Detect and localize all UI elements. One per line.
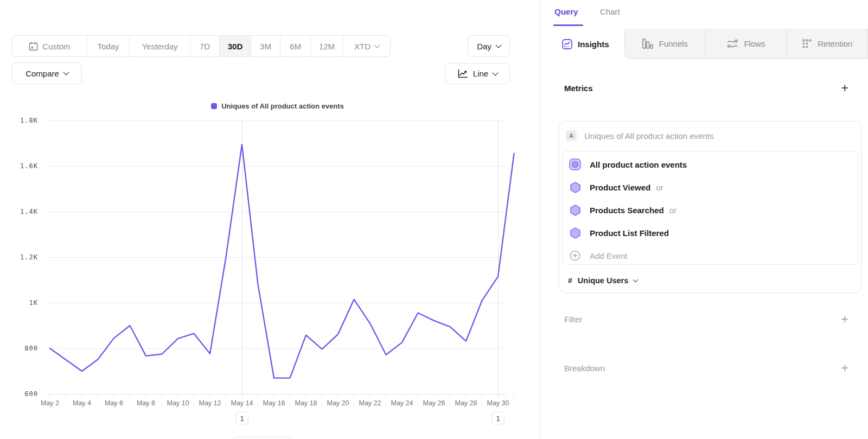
metric-card: A Uniques of All product action events A…	[559, 121, 861, 293]
range-label: 30D	[228, 42, 243, 51]
x-axis-tick-label: May 10	[167, 399, 189, 407]
number-symbol-icon: #	[568, 276, 572, 285]
line-chart-icon	[457, 69, 468, 79]
y-axis-tick-label: 600	[24, 390, 38, 398]
series-line	[50, 144, 514, 378]
chart-type-dropdown[interactable]: Line	[445, 63, 510, 84]
annotation-chip[interactable]: 1	[492, 412, 505, 424]
range-yesterday[interactable]: Yesterday	[130, 36, 190, 56]
tab-insights-label: Insights	[578, 40, 609, 49]
range-label: 12M	[319, 42, 335, 51]
x-axis-tick-label: May 12	[199, 399, 221, 407]
event-row[interactable]: Product List Filtered	[563, 221, 858, 244]
y-axis-tick-label: 1.4K	[20, 208, 38, 215]
range-3m[interactable]: 3M	[251, 36, 280, 56]
range-today[interactable]: Today	[87, 36, 130, 56]
x-axis-tick-label: May 28	[455, 399, 477, 407]
funnels-icon	[642, 39, 653, 49]
y-axis-tick-label: 1.6K	[20, 162, 38, 170]
add-breakdown-button[interactable]: +	[841, 362, 848, 373]
x-axis-tick-label: May 16	[263, 399, 285, 407]
chart-type-label: Line	[473, 69, 488, 78]
line-chart[interactable]: 6008001K1.2K1.4K1.6K1.8KMay 2May 4May 6M…	[0, 114, 534, 439]
chart-legend[interactable]: Uniques of All product action events	[48, 102, 507, 110]
range-30d[interactable]: 30D	[220, 36, 251, 56]
tab-query[interactable]: Query	[554, 7, 578, 16]
active-tab-underline	[553, 24, 583, 26]
event-name: All product action events	[590, 160, 687, 169]
x-axis-tick-label: May 14	[231, 399, 253, 407]
add-metric-button[interactable]: +	[841, 82, 848, 93]
legend-label: Uniques of All product action events	[221, 102, 344, 110]
x-axis-tick-label: May 8	[137, 399, 155, 407]
x-axis-tick-label: May 24	[391, 399, 413, 407]
metrics-section-title: Metrics	[564, 84, 593, 93]
tab-flows[interactable]: Flows	[706, 29, 787, 59]
range-label: Custom	[42, 42, 71, 51]
range-custom[interactable]: Custom	[12, 36, 87, 56]
flows-icon	[727, 39, 738, 49]
filter-section: Filter +	[564, 314, 848, 325]
filter-section-title: Filter	[564, 315, 582, 324]
add-event-button[interactable]: Add Event	[563, 244, 858, 267]
tab-chart[interactable]: Chart	[600, 7, 620, 16]
event-name: Product List Filtered	[590, 228, 669, 238]
range-6m[interactable]: 6M	[280, 36, 311, 56]
retention-icon	[802, 39, 812, 49]
chevron-down-icon	[633, 277, 639, 282]
report-type-tabs: Insights Funnels	[540, 29, 868, 59]
granularity-dropdown[interactable]: Day	[468, 35, 510, 57]
y-axis-tick-label: 1.2K	[20, 253, 38, 261]
hexagon-event-icon	[569, 227, 581, 239]
metric-summary: Uniques of All product action events	[584, 131, 713, 141]
tab-flows-label: Flows	[744, 39, 765, 48]
range-label: Yesterday	[142, 42, 177, 51]
add-filter-button[interactable]: +	[841, 314, 848, 325]
x-axis-tick-label: May 20	[327, 399, 349, 407]
y-axis-tick-label: 1.8K	[20, 117, 38, 124]
x-axis-tick-label: May 18	[295, 399, 317, 407]
granularity-label: Day	[477, 42, 492, 51]
x-axis-tick-label: May 22	[359, 399, 381, 407]
chevron-down-icon	[63, 69, 69, 75]
measure-dropdown[interactable]: # Unique Users	[568, 273, 637, 288]
compare-dropdown[interactable]: Compare	[12, 62, 82, 84]
chevron-down-icon	[374, 42, 380, 48]
add-event-label: Add Event	[590, 251, 627, 260]
hexagon-event-icon	[569, 204, 581, 216]
tab-insights[interactable]: Insights	[540, 29, 624, 59]
event-row[interactable]: Products Searchedor	[563, 199, 858, 221]
event-row[interactable]: All product action events	[563, 153, 858, 176]
query-panel: Query Chart Insights	[540, 0, 868, 439]
range-label: 7D	[200, 42, 210, 51]
y-axis-tick-label: 800	[24, 345, 38, 352]
event-list: All product action events Product Viewed…	[562, 151, 858, 265]
event-name: Products Searched	[590, 206, 664, 215]
compare-label: Compare	[25, 69, 59, 78]
cutoff-popup	[232, 437, 293, 439]
tab-retention[interactable]: Retention	[787, 29, 868, 59]
chevron-down-icon	[495, 42, 501, 48]
event-row[interactable]: Product Viewedor	[563, 176, 858, 199]
insights-icon	[562, 39, 572, 49]
range-12m[interactable]: 12M	[311, 36, 343, 56]
x-axis-tick-label: May 30	[487, 399, 509, 407]
range-label: 3M	[260, 42, 271, 51]
metric-letter-badge: A	[566, 130, 577, 141]
event-operator-suffix: or	[669, 206, 676, 215]
chevron-down-icon	[493, 69, 499, 75]
x-axis-tick-label: May 2	[41, 399, 59, 407]
annotation-chip[interactable]: 1	[236, 412, 248, 424]
annotation-chip-label: 1	[240, 415, 244, 423]
date-range-segmented-control[interactable]: CustomTodayYesterday7D30D3M6M12MXTD	[12, 35, 391, 57]
measure-label: Unique Users	[578, 276, 628, 285]
inactive-report-tabs: Funnels Flows	[624, 29, 868, 59]
x-axis-tick-label: May 6	[105, 399, 123, 407]
hexagon-event-icon	[569, 181, 581, 193]
tab-funnels[interactable]: Funnels	[625, 29, 706, 59]
x-axis-tick-label: May 26	[423, 399, 445, 407]
range-7d[interactable]: 7D	[190, 36, 220, 56]
x-axis-tick-label: May 4	[73, 399, 91, 407]
range-label: 6M	[290, 42, 301, 51]
range-xtd[interactable]: XTD	[343, 36, 390, 56]
